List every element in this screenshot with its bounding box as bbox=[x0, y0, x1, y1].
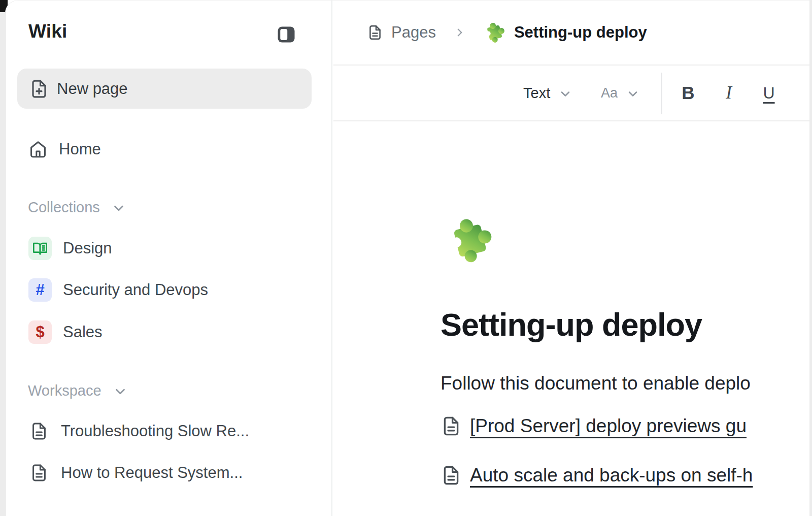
section-label: Collections bbox=[28, 199, 100, 216]
page-emoji-puzzle-piece[interactable] bbox=[444, 214, 495, 267]
sidebar-item-label: Troubleshooting Slow Re... bbox=[61, 422, 249, 440]
dollar-icon: $ bbox=[28, 320, 52, 344]
text-style-dropdown[interactable]: Text bbox=[523, 66, 572, 120]
sidebar-item-sales[interactable]: $ Sales bbox=[28, 320, 103, 344]
page-title[interactable]: Setting-up deploy bbox=[441, 306, 702, 343]
document-icon bbox=[29, 462, 49, 484]
breadcrumb-bar: Pages Setting-up deploy bbox=[333, 1, 812, 66]
section-label: Workspace bbox=[28, 382, 101, 399]
window-right-edge bbox=[809, 0, 812, 516]
sidebar-item-label: How to Request System... bbox=[61, 464, 243, 482]
page-link-auto-scale[interactable]: Auto scale and back-ups on self-h bbox=[470, 465, 753, 486]
chevron-right-icon bbox=[453, 26, 466, 39]
book-open-icon bbox=[28, 237, 52, 260]
document-icon bbox=[29, 420, 49, 442]
toolbar-divider bbox=[661, 73, 662, 114]
sidebar-item-label: Home bbox=[59, 140, 101, 158]
sidebar-title: Wiki bbox=[28, 21, 67, 42]
italic-button[interactable]: I bbox=[717, 66, 740, 120]
sidebar: Wiki New page Home Collections bbox=[6, 1, 332, 516]
font-size-dropdown[interactable]: Aa bbox=[601, 66, 640, 120]
section-header-collections[interactable]: Collections bbox=[28, 197, 126, 218]
font-size-label: Aa bbox=[601, 85, 618, 101]
page-link-row: [Prod Server] deploy previews gu bbox=[441, 414, 747, 438]
app-window: Wiki New page Home Collections bbox=[5, 0, 812, 516]
puzzle-piece-icon bbox=[483, 21, 506, 44]
sidebar-item-how-to-request[interactable]: How to Request System... bbox=[29, 462, 243, 484]
document-icon bbox=[367, 23, 383, 42]
page-intro-text[interactable]: Follow this document to enable deplo bbox=[441, 373, 751, 394]
sidebar-item-home[interactable]: Home bbox=[28, 138, 101, 161]
document-icon bbox=[441, 414, 462, 438]
chevron-down-icon bbox=[558, 87, 572, 101]
breadcrumb-pages-link[interactable]: Pages bbox=[391, 23, 436, 42]
sidebar-item-label: Sales bbox=[63, 323, 103, 341]
section-header-workspace[interactable]: Workspace bbox=[28, 380, 128, 401]
chevron-down-icon bbox=[111, 201, 126, 216]
document-icon bbox=[441, 463, 462, 488]
sidebar-item-security-and-devops[interactable]: # Security and Devops bbox=[28, 278, 208, 302]
sidebar-item-label: Security and Devops bbox=[63, 281, 208, 299]
chevron-down-icon bbox=[626, 87, 640, 101]
main-area: Pages Setting-up deploy Text Aa B I U Se… bbox=[333, 1, 812, 516]
new-page-icon bbox=[29, 78, 49, 100]
home-icon bbox=[28, 139, 48, 159]
underline-button[interactable]: U bbox=[757, 66, 781, 120]
hash-icon: # bbox=[28, 278, 52, 302]
bold-button[interactable]: B bbox=[676, 66, 700, 120]
text-style-label: Text bbox=[523, 85, 550, 102]
new-page-label: New page bbox=[57, 80, 128, 98]
page-link-row: Auto scale and back-ups on self-h bbox=[441, 463, 753, 488]
page-link-prod-server[interactable]: [Prod Server] deploy previews gu bbox=[470, 415, 747, 437]
chevron-down-icon bbox=[113, 384, 128, 399]
window-left-edge bbox=[0, 12, 5, 516]
breadcrumb-current-page: Setting-up deploy bbox=[514, 23, 647, 42]
breadcrumb: Pages Setting-up deploy bbox=[367, 1, 647, 64]
formatting-toolbar: Text Aa B I U bbox=[333, 66, 812, 121]
sidebar-item-troubleshooting[interactable]: Troubleshooting Slow Re... bbox=[29, 420, 249, 442]
sidebar-item-design[interactable]: Design bbox=[28, 237, 112, 260]
sidebar-toggle-icon bbox=[275, 23, 297, 46]
sidebar-toggle-button[interactable] bbox=[275, 23, 297, 46]
sidebar-item-label: Design bbox=[63, 239, 112, 257]
new-page-button[interactable]: New page bbox=[17, 69, 312, 109]
